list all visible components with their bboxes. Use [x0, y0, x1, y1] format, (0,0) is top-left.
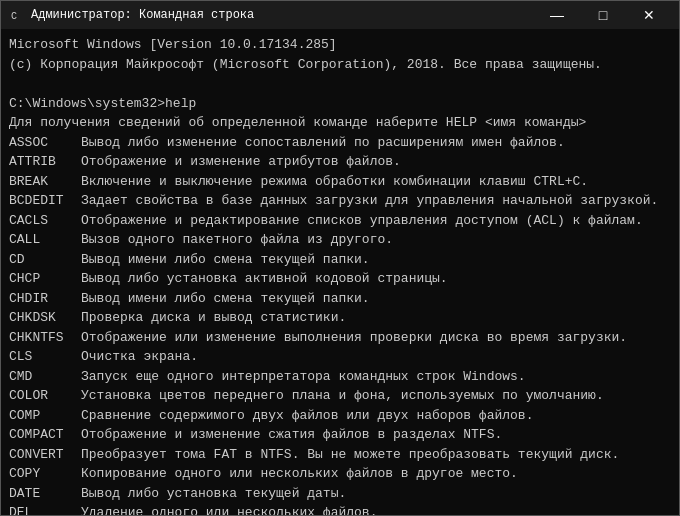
cmd-name: CACLS: [9, 211, 81, 231]
titlebar-left: C Администратор: Командная строка: [9, 7, 254, 23]
minimize-button[interactable]: —: [535, 1, 579, 29]
terminal-line: CHKDSKПроверка диска и вывод статистики.: [9, 308, 671, 328]
cmd-desc: Отображение и изменение сжатия файлов в …: [81, 427, 502, 442]
terminal-line: BREAKВключение и выключение режима обраб…: [9, 172, 671, 192]
cmd-name: COPY: [9, 464, 81, 484]
cmd-name: CHKNTFS: [9, 328, 81, 348]
cmd-name: CHKDSK: [9, 308, 81, 328]
terminal-line: [9, 74, 671, 94]
terminal-line: CLSОчистка экрана.: [9, 347, 671, 367]
titlebar: C Администратор: Командная строка — □ ✕: [1, 1, 679, 29]
cmd-desc: Преобразует тома FAT в NTFS. Вы не может…: [81, 447, 619, 462]
cmd-name: DATE: [9, 484, 81, 504]
cmd-desc: Вывод имени либо смена текущей папки.: [81, 252, 370, 267]
cmd-name: CD: [9, 250, 81, 270]
cmd-name: CALL: [9, 230, 81, 250]
terminal-line: C:\Windows\system32>help: [9, 94, 671, 114]
terminal-line: DELУдаление одного или нескольких файлов…: [9, 503, 671, 515]
cmd-desc: Отображение или изменение выполнения про…: [81, 330, 627, 345]
terminal-line: CMDЗапуск еще одного интерпретатора кома…: [9, 367, 671, 387]
cmd-desc: Вывод либо установка активной кодовой ст…: [81, 271, 448, 286]
window: C Администратор: Командная строка — □ ✕ …: [0, 0, 680, 516]
terminal-line: CDВывод имени либо смена текущей папки.: [9, 250, 671, 270]
cmd-desc: Копирование одного или нескольких файлов…: [81, 466, 518, 481]
cmd-desc: Очистка экрана.: [81, 349, 198, 364]
cmd-name: COMP: [9, 406, 81, 426]
cmd-desc: Вывод либо изменение сопоставлений по ра…: [81, 135, 565, 150]
cmd-name: CHDIR: [9, 289, 81, 309]
window-title: Администратор: Командная строка: [31, 8, 254, 22]
cmd-desc: Установка цветов переднего плана и фона,…: [81, 388, 604, 403]
maximize-button[interactable]: □: [581, 1, 625, 29]
cmd-name: COMPACT: [9, 425, 81, 445]
cmd-desc: Запуск еще одного интерпретатора командн…: [81, 369, 526, 384]
terminal-line: COMPACTОтображение и изменение сжатия фа…: [9, 425, 671, 445]
terminal-line: ASSOCВывод либо изменение сопоставлений …: [9, 133, 671, 153]
titlebar-controls: — □ ✕: [535, 1, 671, 29]
cmd-name: BREAK: [9, 172, 81, 192]
terminal[interactable]: Microsoft Windows [Version 10.0.17134.28…: [1, 29, 679, 515]
terminal-line: COPYКопирование одного или нескольких фа…: [9, 464, 671, 484]
cmd-name: BCDEDIT: [9, 191, 81, 211]
terminal-line: Microsoft Windows [Version 10.0.17134.28…: [9, 35, 671, 55]
terminal-line: Для получения сведений об определенной к…: [9, 113, 671, 133]
terminal-line: (с) Корпорация Майкрософт (Microsoft Cor…: [9, 55, 671, 75]
cmd-desc: Вызов одного пакетного файла из другого.: [81, 232, 393, 247]
cmd-name: CLS: [9, 347, 81, 367]
cmd-name: ATTRIB: [9, 152, 81, 172]
cmd-name: CMD: [9, 367, 81, 387]
cmd-name: DEL: [9, 503, 81, 515]
cmd-desc: Вывод имени либо смена текущей папки.: [81, 291, 370, 306]
cmd-name: COLOR: [9, 386, 81, 406]
terminal-line: COLORУстановка цветов переднего плана и …: [9, 386, 671, 406]
terminal-line: ATTRIBОтображение и изменение атрибутов …: [9, 152, 671, 172]
terminal-line: CALLВызов одного пакетного файла из друг…: [9, 230, 671, 250]
terminal-line: CHCPВывод либо установка активной кодово…: [9, 269, 671, 289]
cmd-desc: Задает свойства в базе данных загрузки д…: [81, 193, 658, 208]
cmd-name: CONVERT: [9, 445, 81, 465]
cmd-name: ASSOC: [9, 133, 81, 153]
terminal-line: CHDIRВывод имени либо смена текущей папк…: [9, 289, 671, 309]
cmd-desc: Включение и выключение режима обработки …: [81, 174, 588, 189]
cmd-desc: Удаление одного или нескольких файлов.: [81, 505, 377, 515]
svg-text:C: C: [11, 11, 17, 22]
terminal-line: BCDEDITЗадает свойства в базе данных заг…: [9, 191, 671, 211]
cmd-name: CHCP: [9, 269, 81, 289]
terminal-line: COMPСравнение содержимого двух файлов ил…: [9, 406, 671, 426]
cmd-desc: Проверка диска и вывод статистики.: [81, 310, 346, 325]
cmd-desc: Вывод либо установка текущей даты.: [81, 486, 346, 501]
cmd-desc: Отображение и редактирование списков упр…: [81, 213, 643, 228]
terminal-line: CACLSОтображение и редактирование списко…: [9, 211, 671, 231]
cmd-desc: Отображение и изменение атрибутов файлов…: [81, 154, 401, 169]
terminal-line: CONVERTПреобразует тома FAT в NTFS. Вы н…: [9, 445, 671, 465]
cmd-icon: C: [9, 7, 25, 23]
terminal-line: CHKNTFSОтображение или изменение выполне…: [9, 328, 671, 348]
cmd-desc: Сравнение содержимого двух файлов или дв…: [81, 408, 533, 423]
terminal-line: DATEВывод либо установка текущей даты.: [9, 484, 671, 504]
close-button[interactable]: ✕: [627, 1, 671, 29]
